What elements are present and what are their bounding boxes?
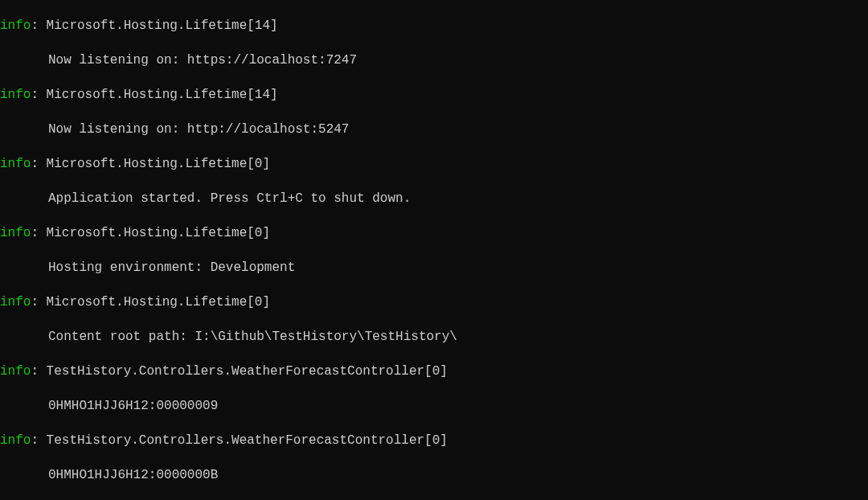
log-source: Microsoft.Hosting.Lifetime[14]	[47, 18, 278, 33]
separator: :	[31, 18, 46, 33]
log-message: Hosting environment: Development	[0, 260, 868, 277]
log-source: Microsoft.Hosting.Lifetime[0]	[47, 157, 270, 171]
log-source: TestHistory.Controllers.WeatherForecastC…	[47, 364, 448, 379]
log-source: Microsoft.Hosting.Lifetime[0]	[47, 226, 270, 240]
log-level: info	[0, 295, 31, 309]
log-line: info: TestHistory.Controllers.WeatherFor…	[0, 432, 868, 450]
log-message: Now listening on: http://localhost:5247	[0, 121, 868, 139]
log-line: info: Microsoft.Hosting.Lifetime[14]	[0, 18, 868, 35]
separator: :	[31, 295, 46, 309]
log-level: info	[0, 433, 31, 448]
separator: :	[31, 88, 46, 102]
log-source: Microsoft.Hosting.Lifetime[0]	[47, 295, 270, 309]
terminal-output: info: Microsoft.Hosting.Lifetime[14] Now…	[0, 0, 868, 500]
log-line: info: Microsoft.Hosting.Lifetime[14]	[0, 87, 868, 105]
log-level: info	[0, 364, 31, 379]
log-level: info	[0, 157, 31, 171]
log-source: Microsoft.Hosting.Lifetime[14]	[47, 88, 278, 102]
log-line: info: Microsoft.Hosting.Lifetime[0]	[0, 225, 868, 243]
separator: :	[31, 226, 46, 240]
log-message: Content root path: I:\Github\TestHistory…	[0, 329, 868, 346]
log-line: info: Microsoft.Hosting.Lifetime[0]	[0, 156, 868, 174]
separator: :	[31, 433, 46, 448]
log-message: 0HMHO1HJJ6H12:00000009	[0, 398, 868, 416]
log-line: info: Microsoft.Hosting.Lifetime[0]	[0, 294, 868, 312]
log-message: Application started. Press Ctrl+C to shu…	[0, 191, 868, 208]
separator: :	[31, 157, 46, 171]
log-line: info: TestHistory.Controllers.WeatherFor…	[0, 363, 868, 381]
log-level: info	[0, 18, 31, 33]
log-level: info	[0, 226, 31, 240]
separator: :	[31, 364, 46, 379]
log-level: info	[0, 88, 31, 102]
log-message: 0HMHO1HJJ6H12:0000000B	[0, 467, 868, 485]
log-message: Now listening on: https://localhost:7247	[0, 52, 868, 70]
log-source: TestHistory.Controllers.WeatherForecastC…	[47, 433, 448, 448]
